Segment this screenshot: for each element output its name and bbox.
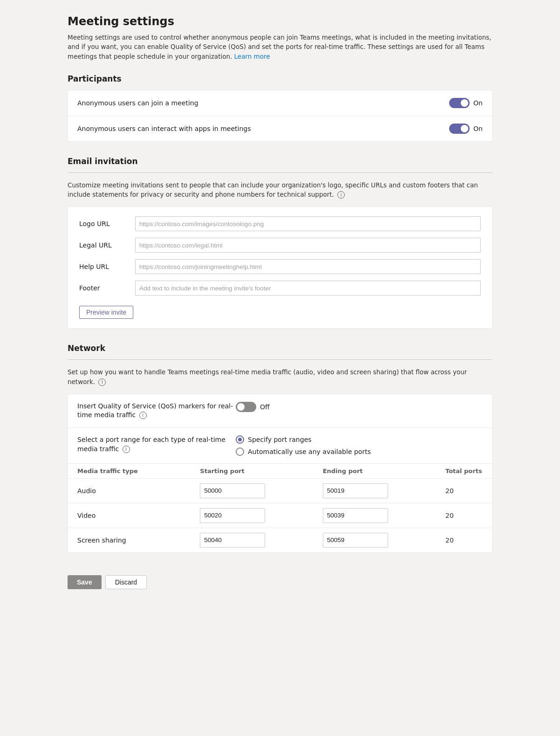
anonymous-interact-toggle-label: On bbox=[473, 125, 483, 132]
video-starting-port-cell bbox=[200, 508, 322, 523]
anonymous-join-row: Anonymous users can join a meeting On bbox=[68, 90, 492, 116]
preview-button-container: Preview invite bbox=[79, 302, 481, 319]
anonymous-join-label: Anonymous users can join a meeting bbox=[77, 99, 449, 107]
legal-url-row: Legal URL bbox=[79, 238, 481, 253]
anonymous-interact-track bbox=[449, 124, 470, 134]
page-description: Meeting settings are used to control whe… bbox=[68, 33, 492, 61]
help-url-input[interactable] bbox=[135, 259, 481, 274]
col-traffic-type: Media traffic type bbox=[77, 468, 200, 475]
participants-section: Participants Anonymous users can join a … bbox=[68, 74, 492, 142]
network-info-icon[interactable]: i bbox=[98, 378, 106, 386]
qos-track bbox=[236, 402, 256, 412]
screen-sharing-ending-port-input[interactable] bbox=[323, 533, 388, 548]
col-total-ports: Total ports bbox=[445, 468, 483, 475]
anonymous-join-control: On bbox=[449, 98, 483, 108]
footer-actions: Save Discard bbox=[68, 568, 492, 589]
screen-sharing-total-ports: 20 bbox=[445, 537, 483, 544]
logo-url-row: Logo URL bbox=[79, 216, 481, 231]
page-title: Meeting settings bbox=[68, 15, 492, 28]
anonymous-interact-thumb bbox=[461, 125, 468, 132]
screen-sharing-ending-port-cell bbox=[323, 533, 445, 548]
auto-port-radio bbox=[236, 447, 244, 456]
col-starting-port: Starting port bbox=[200, 468, 322, 475]
participants-card: Anonymous users can join a meeting On An… bbox=[68, 90, 492, 142]
qos-toggle-label: Off bbox=[260, 403, 270, 411]
anonymous-join-toggle-label: On bbox=[473, 99, 483, 107]
screen-sharing-starting-port-input[interactable] bbox=[200, 533, 265, 548]
email-invitation-card: Logo URL Legal URL Help URL Footer Previ… bbox=[68, 206, 492, 329]
specify-port-ranges-radio bbox=[236, 435, 244, 444]
audio-port-row: Audio 20 bbox=[68, 479, 492, 503]
email-invitation-description: Customize meeting invitations sent to pe… bbox=[68, 180, 492, 199]
audio-ending-port-input[interactable] bbox=[323, 483, 388, 498]
discard-button[interactable]: Discard bbox=[105, 575, 147, 589]
video-port-row: Video 20 bbox=[68, 503, 492, 528]
participants-title: Participants bbox=[68, 74, 492, 83]
anonymous-interact-label: Anonymous users can interact with apps i… bbox=[77, 125, 449, 132]
video-ending-port-input[interactable] bbox=[323, 508, 388, 523]
video-ending-port-cell bbox=[323, 508, 445, 523]
anonymous-join-track bbox=[449, 98, 470, 108]
save-button[interactable]: Save bbox=[68, 575, 102, 589]
video-type-label: Video bbox=[77, 512, 200, 519]
legal-url-label: Legal URL bbox=[79, 241, 135, 249]
anonymous-join-thumb bbox=[461, 99, 468, 107]
help-url-label: Help URL bbox=[79, 263, 135, 270]
qos-row: Insert Quality of Service (QoS) markers … bbox=[68, 394, 492, 428]
qos-control: Off bbox=[236, 402, 483, 412]
anonymous-interact-control: On bbox=[449, 124, 483, 134]
logo-url-label: Logo URL bbox=[79, 220, 135, 227]
legal-url-input[interactable] bbox=[135, 238, 481, 253]
qos-toggle[interactable] bbox=[236, 402, 256, 412]
screen-sharing-type-label: Screen sharing bbox=[77, 537, 200, 544]
screen-sharing-port-row: Screen sharing 20 bbox=[68, 528, 492, 552]
col-ending-port: Ending port bbox=[323, 468, 445, 475]
logo-url-input[interactable] bbox=[135, 216, 481, 231]
video-starting-port-input[interactable] bbox=[200, 508, 265, 523]
port-table-header: Media traffic type Starting port Ending … bbox=[68, 464, 492, 479]
qos-info-icon[interactable]: i bbox=[139, 412, 147, 419]
port-range-radio-group: Specify port ranges Automatically use an… bbox=[236, 435, 483, 456]
email-divider bbox=[68, 172, 492, 173]
audio-starting-port-cell bbox=[200, 483, 322, 498]
footer-input[interactable] bbox=[135, 281, 481, 296]
anonymous-join-toggle[interactable] bbox=[449, 98, 470, 108]
specify-port-ranges-label: Specify port ranges bbox=[248, 436, 312, 443]
network-description: Set up how you want to handle Teams meet… bbox=[68, 367, 492, 386]
audio-total-ports: 20 bbox=[445, 487, 483, 495]
audio-type-label: Audio bbox=[77, 487, 200, 495]
auto-port-option[interactable]: Automatically use any available ports bbox=[236, 447, 483, 456]
port-range-control: Specify port ranges Automatically use an… bbox=[236, 435, 483, 456]
network-divider bbox=[68, 359, 492, 360]
preview-invite-button[interactable]: Preview invite bbox=[79, 306, 133, 319]
email-invitation-title: Email invitation bbox=[68, 157, 492, 166]
screen-sharing-starting-port-cell bbox=[200, 533, 322, 548]
qos-label: Insert Quality of Service (QoS) markers … bbox=[77, 402, 236, 420]
port-range-label: Select a port range for each type of rea… bbox=[77, 435, 236, 454]
video-total-ports: 20 bbox=[445, 512, 483, 519]
auto-port-label: Automatically use any available ports bbox=[248, 448, 371, 455]
audio-ending-port-cell bbox=[323, 483, 445, 498]
network-card: Insert Quality of Service (QoS) markers … bbox=[68, 394, 492, 553]
network-title: Network bbox=[68, 344, 492, 353]
anonymous-interact-row: Anonymous users can interact with apps i… bbox=[68, 116, 492, 141]
audio-starting-port-input[interactable] bbox=[200, 483, 265, 498]
learn-more-link[interactable]: Learn more bbox=[234, 53, 270, 60]
port-range-row: Select a port range for each type of rea… bbox=[68, 428, 492, 464]
port-range-info-icon[interactable]: i bbox=[123, 446, 130, 453]
footer-label: Footer bbox=[79, 284, 135, 292]
email-info-icon[interactable]: i bbox=[337, 191, 345, 199]
specify-port-ranges-option[interactable]: Specify port ranges bbox=[236, 435, 483, 444]
email-invitation-section: Email invitation Customize meeting invit… bbox=[68, 157, 492, 329]
help-url-row: Help URL bbox=[79, 259, 481, 274]
anonymous-interact-toggle[interactable] bbox=[449, 124, 470, 134]
qos-thumb bbox=[237, 403, 245, 411]
footer-row: Footer bbox=[79, 281, 481, 296]
network-section: Network Set up how you want to handle Te… bbox=[68, 344, 492, 553]
